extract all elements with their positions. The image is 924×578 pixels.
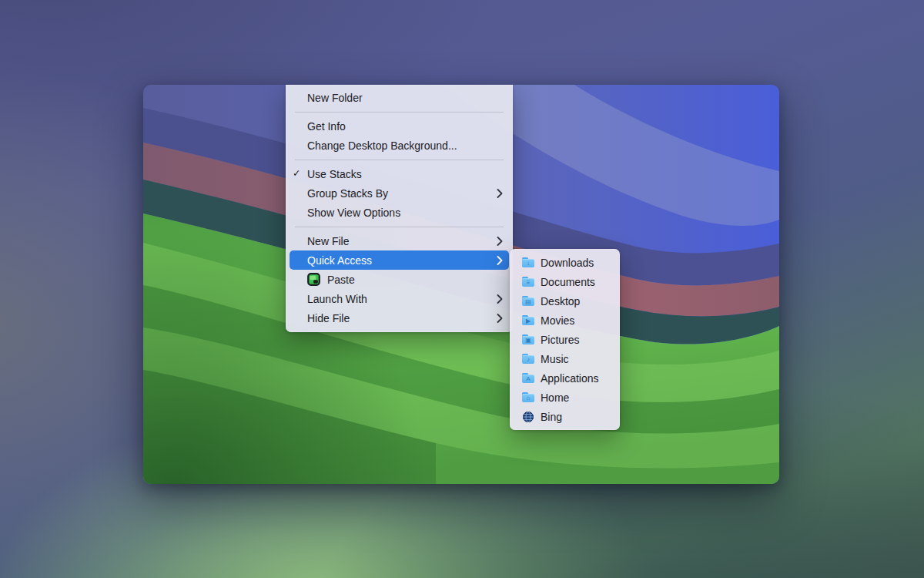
submenu-item-label: Applications	[541, 372, 599, 385]
submenu-item-label: Desktop	[541, 295, 580, 307]
menu-item-group-stacks-by[interactable]: Group Stacks By	[290, 183, 509, 203]
downloads-folder-icon: ↓	[522, 257, 534, 267]
submenu-chevron-icon	[497, 314, 503, 323]
quick-access-submenu: ↓ Downloads ≡ Documents ▤ Desktop ▶ Movi…	[510, 249, 620, 430]
menu-item-label: Launch With	[307, 293, 367, 305]
menu-separator	[295, 227, 504, 227]
paste-icon	[307, 273, 320, 286]
folder-glyph: ♪	[522, 355, 534, 364]
checkmark-icon: ✓	[290, 169, 307, 179]
menu-item-label: Show View Options	[307, 207, 400, 219]
menu-separator	[295, 112, 504, 113]
menu-item-label: Use Stacks	[307, 168, 362, 180]
submenu-item-label: Downloads	[541, 257, 594, 269]
home-folder-icon: ⌂	[522, 392, 534, 402]
submenu-item-bing[interactable]: Bing	[510, 407, 620, 426]
menu-item-new-folder[interactable]: New Folder	[290, 88, 509, 107]
menu-item-hide-file[interactable]: Hide File	[290, 308, 509, 328]
menu-item-use-stacks[interactable]: ✓ Use Stacks	[290, 164, 509, 183]
folder-glyph: ▣	[522, 336, 534, 344]
submenu-item-music[interactable]: ♪ Music	[510, 349, 620, 368]
submenu-item-desktop[interactable]: ▤ Desktop	[510, 291, 620, 311]
submenu-item-documents[interactable]: ≡ Documents	[510, 272, 620, 291]
submenu-item-downloads[interactable]: ↓ Downloads	[510, 253, 620, 272]
menu-item-change-desktop-background[interactable]: Change Desktop Background...	[290, 136, 509, 155]
context-menu: New Folder Get Info Change Desktop Backg…	[286, 85, 513, 332]
pictures-folder-icon: ▣	[522, 334, 534, 344]
music-folder-icon: ♪	[522, 354, 534, 364]
menu-item-label: New File	[307, 235, 349, 247]
submenu-item-label: Home	[541, 391, 569, 404]
menu-item-label: Quick Access	[307, 254, 372, 267]
submenu-chevron-icon	[497, 237, 503, 246]
submenu-item-label: Movies	[541, 314, 574, 327]
submenu-item-pictures[interactable]: ▣ Pictures	[510, 330, 620, 349]
submenu-item-label: Documents	[541, 276, 595, 288]
submenu-item-label: Pictures	[541, 334, 580, 346]
submenu-item-label: Music	[541, 353, 569, 365]
submenu-item-applications[interactable]: A Applications	[510, 368, 620, 388]
submenu-chevron-icon	[497, 294, 503, 304]
menu-item-label: Get Info	[307, 120, 346, 133]
globe-icon	[522, 411, 534, 423]
desktop-wallpaper-window[interactable]: New Folder Get Info Change Desktop Backg…	[143, 85, 779, 484]
menu-item-label: Group Stacks By	[307, 187, 388, 200]
menu-item-new-file[interactable]: New File	[290, 231, 509, 250]
submenu-chevron-icon	[497, 256, 503, 265]
menu-item-launch-with[interactable]: Launch With	[290, 289, 509, 308]
movies-folder-icon: ▶	[522, 315, 534, 325]
applications-folder-icon: A	[522, 373, 534, 383]
blurred-desktop-background: New Folder Get Info Change Desktop Backg…	[0, 0, 924, 578]
folder-glyph: ▤	[522, 297, 534, 306]
menu-item-label: Hide File	[307, 312, 350, 324]
folder-glyph: ⌂	[522, 394, 534, 402]
menu-item-quick-access[interactable]: Quick Access	[290, 250, 509, 270]
menu-item-paste[interactable]: Paste	[290, 270, 509, 289]
menu-item-label: New Folder	[307, 92, 363, 104]
submenu-item-home[interactable]: ⌂ Home	[510, 388, 620, 407]
folder-glyph: A	[522, 375, 534, 383]
folder-glyph: ▶	[522, 317, 534, 325]
menu-item-label: Paste	[327, 274, 355, 286]
folder-glyph: ↓	[522, 259, 534, 267]
menu-item-show-view-options[interactable]: Show View Options	[290, 203, 509, 222]
documents-folder-icon: ≡	[522, 277, 534, 287]
submenu-item-movies[interactable]: ▶ Movies	[510, 311, 620, 330]
desktop-folder-icon: ▤	[522, 296, 534, 306]
submenu-item-label: Bing	[541, 411, 562, 423]
menu-separator	[295, 160, 504, 160]
submenu-chevron-icon	[497, 189, 503, 198]
menu-item-label: Change Desktop Background...	[307, 139, 457, 152]
menu-item-get-info[interactable]: Get Info	[290, 116, 509, 136]
folder-glyph: ≡	[522, 278, 534, 287]
